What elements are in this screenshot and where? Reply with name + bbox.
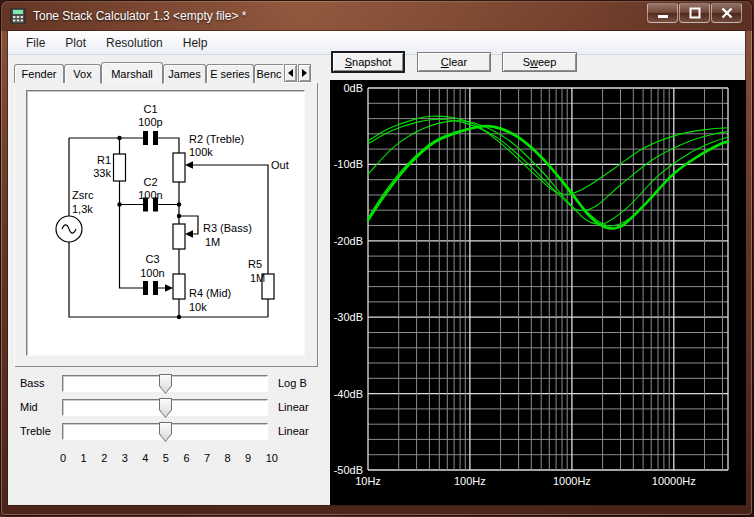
window-controls [647, 3, 742, 23]
title-bar[interactable]: Tone Stack Calculator 1.3 <empty file> * [1, 1, 752, 31]
minimize-icon [657, 7, 669, 19]
scale-6: 6 [183, 452, 189, 464]
label-zsrc-value: 1,3k [72, 203, 93, 215]
label-zsrc-name: Zsrc [72, 189, 94, 201]
bass-slider-label: Bass [20, 375, 62, 392]
y-tick-label: 0dB [343, 82, 363, 94]
tab-page-marshall: C1 100p R2 (Treble) 100k R1 33k C2 100n … [14, 82, 318, 367]
scale-2: 2 [101, 452, 107, 464]
frequency-response-plot: 0dB-10dB-20dB-30dB-40dB-50dB10Hz100Hz100… [330, 80, 746, 505]
label-r5-value: 1M [250, 272, 265, 284]
plot-panel: 0dB-10dB-20dB-30dB-40dB-50dB10Hz100Hz100… [330, 80, 746, 505]
label-c3-name: C3 [145, 253, 159, 265]
bass-taper-label: Log B [278, 375, 307, 392]
treble-taper-label: Linear [278, 423, 309, 440]
menu-plot[interactable]: Plot [55, 33, 96, 53]
maximize-button[interactable] [679, 3, 710, 23]
scale-9: 9 [245, 452, 251, 464]
y-tick-label: -10dB [334, 158, 363, 170]
treble-slider-thumb[interactable] [159, 422, 172, 442]
label-r2-value: 100k [189, 146, 213, 158]
x-tick-label: 1000Hz [553, 475, 591, 487]
schematic-panel: C1 100p R2 (Treble) 100k R1 33k C2 100n … [26, 90, 305, 356]
mid-slider-label: Mid [20, 399, 62, 416]
label-r5-name: R5 [248, 258, 262, 270]
y-tick-label: -40dB [334, 388, 363, 400]
tab-james[interactable]: James [163, 64, 206, 83]
label-r4-value: 10k [189, 301, 207, 313]
right-arrow-icon [302, 69, 307, 77]
window-title: Tone Stack Calculator 1.3 <empty file> * [33, 9, 246, 23]
mid-slider-thumb[interactable] [159, 398, 172, 418]
label-c1-name: C1 [143, 103, 157, 115]
bass-slider-thumb[interactable] [159, 374, 172, 394]
slider-scale: 0 1 2 3 4 5 6 7 8 9 10 [60, 452, 278, 464]
label-c1-value: 100p [138, 116, 162, 128]
y-tick-label: -20dB [334, 235, 363, 247]
scale-7: 7 [204, 452, 210, 464]
treble-slider-label: Treble [20, 423, 62, 440]
label-r4-name: R4 (Mid) [189, 287, 231, 299]
tab-vox[interactable]: Vox [64, 64, 101, 83]
label-r3-name: R3 (Bass) [203, 222, 252, 234]
clear-button[interactable]: Clear [417, 52, 491, 72]
scale-3: 3 [122, 452, 128, 464]
sweep-button[interactable]: Sweep [502, 52, 577, 72]
tab-bench[interactable]: Benc [254, 64, 283, 83]
mid-slider[interactable] [62, 399, 268, 416]
label-c2-value: 100n [138, 189, 162, 201]
snapshot-button[interactable]: Snapshot [332, 52, 404, 72]
label-r3-value: 1M [205, 236, 220, 248]
tab-scroll-right-button[interactable] [298, 64, 311, 82]
scale-10: 10 [266, 452, 278, 464]
tab-e-series[interactable]: E series [206, 64, 254, 83]
x-tick-label: 10000Hz [652, 475, 696, 487]
tab-scroll-left-button[interactable] [284, 64, 297, 82]
label-r2-name: R2 (Treble) [189, 133, 244, 145]
label-c3-value: 100n [140, 267, 164, 279]
label-r1-value: 33k [93, 167, 111, 179]
label-r1-name: R1 [97, 154, 111, 166]
close-button[interactable] [711, 3, 742, 23]
label-out: Out [271, 159, 289, 171]
x-tick-label: 100Hz [454, 475, 486, 487]
tab-fender[interactable]: Fender [14, 64, 64, 83]
scale-1: 1 [81, 452, 87, 464]
y-tick-label: -30dB [334, 311, 363, 323]
menu-resolution[interactable]: Resolution [96, 33, 173, 53]
circuit-diagram: C1 100p R2 (Treble) 100k R1 33k C2 100n … [27, 91, 304, 355]
scale-4: 4 [142, 452, 148, 464]
tab-strip: Fender Vox Marshall James E series Benc [14, 61, 311, 83]
maximize-icon [689, 7, 701, 19]
tab-marshall[interactable]: Marshall [101, 62, 163, 84]
label-c2-name: C2 [143, 176, 157, 188]
x-tick-label: 10Hz [355, 475, 381, 487]
menu-file[interactable]: File [16, 33, 55, 53]
client-area: File Plot Resolution Help Snapshot Clear… [8, 31, 745, 505]
app-window: Tone Stack Calculator 1.3 <empty file> *… [1, 1, 752, 515]
scale-0: 0 [60, 452, 66, 464]
bass-slider[interactable] [62, 375, 268, 392]
minimize-button[interactable] [647, 3, 678, 23]
scale-8: 8 [225, 452, 231, 464]
mid-taper-label: Linear [278, 399, 309, 416]
treble-slider[interactable] [62, 423, 268, 440]
menu-help[interactable]: Help [173, 33, 218, 53]
close-icon [721, 7, 733, 19]
scale-5: 5 [163, 452, 169, 464]
left-arrow-icon [288, 69, 293, 77]
app-icon [10, 8, 26, 24]
